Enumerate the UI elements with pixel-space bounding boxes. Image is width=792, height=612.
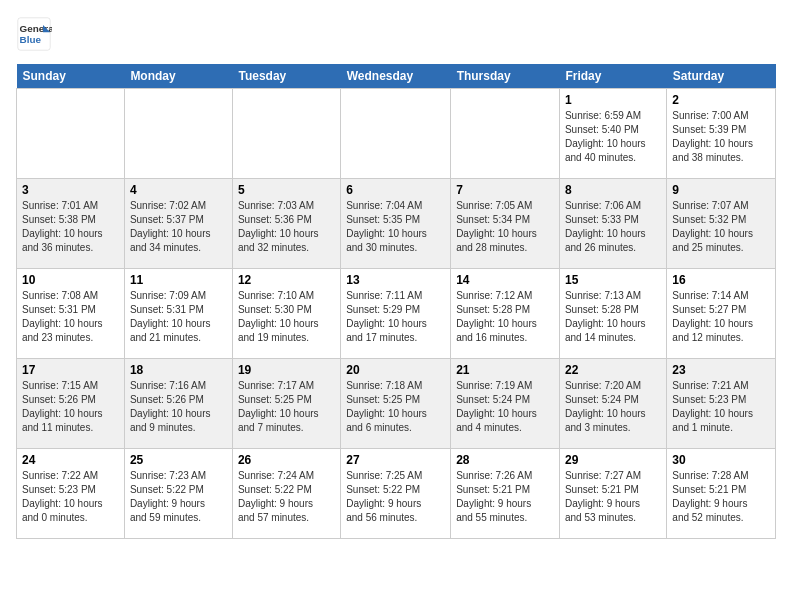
cell-info: Sunrise: 7:13 AM Sunset: 5:28 PM Dayligh… [565,289,661,345]
calendar-cell: 18Sunrise: 7:16 AM Sunset: 5:26 PM Dayli… [124,359,232,449]
cell-info: Sunrise: 7:15 AM Sunset: 5:26 PM Dayligh… [22,379,119,435]
day-number: 22 [565,363,661,377]
day-number: 17 [22,363,119,377]
calendar-cell: 2Sunrise: 7:00 AM Sunset: 5:39 PM Daylig… [667,89,776,179]
day-header-thursday: Thursday [451,64,560,89]
page-header: General Blue [16,16,776,52]
logo: General Blue [16,16,56,52]
day-number: 21 [456,363,554,377]
calendar-cell: 22Sunrise: 7:20 AM Sunset: 5:24 PM Dayli… [559,359,666,449]
day-header-monday: Monday [124,64,232,89]
cell-info: Sunrise: 7:03 AM Sunset: 5:36 PM Dayligh… [238,199,335,255]
cell-info: Sunrise: 7:04 AM Sunset: 5:35 PM Dayligh… [346,199,445,255]
day-number: 9 [672,183,770,197]
calendar-cell: 23Sunrise: 7:21 AM Sunset: 5:23 PM Dayli… [667,359,776,449]
calendar-cell: 10Sunrise: 7:08 AM Sunset: 5:31 PM Dayli… [17,269,125,359]
calendar-cell: 3Sunrise: 7:01 AM Sunset: 5:38 PM Daylig… [17,179,125,269]
day-number: 20 [346,363,445,377]
calendar-cell: 26Sunrise: 7:24 AM Sunset: 5:22 PM Dayli… [232,449,340,539]
day-number: 26 [238,453,335,467]
day-number: 23 [672,363,770,377]
cell-info: Sunrise: 7:11 AM Sunset: 5:29 PM Dayligh… [346,289,445,345]
day-header-saturday: Saturday [667,64,776,89]
cell-info: Sunrise: 7:00 AM Sunset: 5:39 PM Dayligh… [672,109,770,165]
cell-info: Sunrise: 7:02 AM Sunset: 5:37 PM Dayligh… [130,199,227,255]
calendar-cell [451,89,560,179]
svg-text:Blue: Blue [20,34,42,45]
day-number: 15 [565,273,661,287]
day-number: 1 [565,93,661,107]
cell-info: Sunrise: 7:20 AM Sunset: 5:24 PM Dayligh… [565,379,661,435]
day-number: 19 [238,363,335,377]
cell-info: Sunrise: 7:21 AM Sunset: 5:23 PM Dayligh… [672,379,770,435]
cell-info: Sunrise: 7:07 AM Sunset: 5:32 PM Dayligh… [672,199,770,255]
calendar-cell: 19Sunrise: 7:17 AM Sunset: 5:25 PM Dayli… [232,359,340,449]
calendar-table: SundayMondayTuesdayWednesdayThursdayFrid… [16,64,776,539]
cell-info: Sunrise: 7:25 AM Sunset: 5:22 PM Dayligh… [346,469,445,525]
cell-info: Sunrise: 7:19 AM Sunset: 5:24 PM Dayligh… [456,379,554,435]
calendar-cell: 11Sunrise: 7:09 AM Sunset: 5:31 PM Dayli… [124,269,232,359]
cell-info: Sunrise: 7:16 AM Sunset: 5:26 PM Dayligh… [130,379,227,435]
cell-info: Sunrise: 7:14 AM Sunset: 5:27 PM Dayligh… [672,289,770,345]
cell-info: Sunrise: 7:22 AM Sunset: 5:23 PM Dayligh… [22,469,119,525]
day-number: 7 [456,183,554,197]
cell-info: Sunrise: 7:10 AM Sunset: 5:30 PM Dayligh… [238,289,335,345]
day-number: 13 [346,273,445,287]
calendar-cell: 27Sunrise: 7:25 AM Sunset: 5:22 PM Dayli… [341,449,451,539]
day-number: 14 [456,273,554,287]
calendar-cell [17,89,125,179]
day-number: 10 [22,273,119,287]
cell-info: Sunrise: 7:27 AM Sunset: 5:21 PM Dayligh… [565,469,661,525]
cell-info: Sunrise: 7:08 AM Sunset: 5:31 PM Dayligh… [22,289,119,345]
cell-info: Sunrise: 7:24 AM Sunset: 5:22 PM Dayligh… [238,469,335,525]
calendar-cell: 16Sunrise: 7:14 AM Sunset: 5:27 PM Dayli… [667,269,776,359]
svg-text:General: General [20,23,52,34]
calendar-cell: 12Sunrise: 7:10 AM Sunset: 5:30 PM Dayli… [232,269,340,359]
day-number: 28 [456,453,554,467]
cell-info: Sunrise: 7:23 AM Sunset: 5:22 PM Dayligh… [130,469,227,525]
day-header-tuesday: Tuesday [232,64,340,89]
calendar-cell: 21Sunrise: 7:19 AM Sunset: 5:24 PM Dayli… [451,359,560,449]
calendar-cell: 17Sunrise: 7:15 AM Sunset: 5:26 PM Dayli… [17,359,125,449]
calendar-cell: 1Sunrise: 6:59 AM Sunset: 5:40 PM Daylig… [559,89,666,179]
cell-info: Sunrise: 7:17 AM Sunset: 5:25 PM Dayligh… [238,379,335,435]
cell-info: Sunrise: 7:26 AM Sunset: 5:21 PM Dayligh… [456,469,554,525]
cell-info: Sunrise: 7:01 AM Sunset: 5:38 PM Dayligh… [22,199,119,255]
day-number: 5 [238,183,335,197]
cell-info: Sunrise: 7:05 AM Sunset: 5:34 PM Dayligh… [456,199,554,255]
day-number: 8 [565,183,661,197]
calendar-cell: 13Sunrise: 7:11 AM Sunset: 5:29 PM Dayli… [341,269,451,359]
day-number: 4 [130,183,227,197]
day-number: 6 [346,183,445,197]
cell-info: Sunrise: 7:28 AM Sunset: 5:21 PM Dayligh… [672,469,770,525]
calendar-cell [232,89,340,179]
logo-icon: General Blue [16,16,52,52]
calendar-cell: 20Sunrise: 7:18 AM Sunset: 5:25 PM Dayli… [341,359,451,449]
day-number: 3 [22,183,119,197]
calendar-cell: 4Sunrise: 7:02 AM Sunset: 5:37 PM Daylig… [124,179,232,269]
day-header-sunday: Sunday [17,64,125,89]
cell-info: Sunrise: 6:59 AM Sunset: 5:40 PM Dayligh… [565,109,661,165]
calendar-cell: 24Sunrise: 7:22 AM Sunset: 5:23 PM Dayli… [17,449,125,539]
day-number: 16 [672,273,770,287]
day-number: 12 [238,273,335,287]
day-number: 30 [672,453,770,467]
day-number: 11 [130,273,227,287]
day-header-friday: Friday [559,64,666,89]
day-number: 24 [22,453,119,467]
cell-info: Sunrise: 7:12 AM Sunset: 5:28 PM Dayligh… [456,289,554,345]
calendar-cell: 29Sunrise: 7:27 AM Sunset: 5:21 PM Dayli… [559,449,666,539]
calendar-cell: 14Sunrise: 7:12 AM Sunset: 5:28 PM Dayli… [451,269,560,359]
calendar-cell: 28Sunrise: 7:26 AM Sunset: 5:21 PM Dayli… [451,449,560,539]
calendar-cell: 7Sunrise: 7:05 AM Sunset: 5:34 PM Daylig… [451,179,560,269]
cell-info: Sunrise: 7:06 AM Sunset: 5:33 PM Dayligh… [565,199,661,255]
calendar-cell: 5Sunrise: 7:03 AM Sunset: 5:36 PM Daylig… [232,179,340,269]
day-number: 29 [565,453,661,467]
cell-info: Sunrise: 7:09 AM Sunset: 5:31 PM Dayligh… [130,289,227,345]
calendar-cell: 25Sunrise: 7:23 AM Sunset: 5:22 PM Dayli… [124,449,232,539]
day-header-wednesday: Wednesday [341,64,451,89]
calendar-cell: 30Sunrise: 7:28 AM Sunset: 5:21 PM Dayli… [667,449,776,539]
calendar-cell: 15Sunrise: 7:13 AM Sunset: 5:28 PM Dayli… [559,269,666,359]
calendar-cell: 9Sunrise: 7:07 AM Sunset: 5:32 PM Daylig… [667,179,776,269]
day-number: 27 [346,453,445,467]
